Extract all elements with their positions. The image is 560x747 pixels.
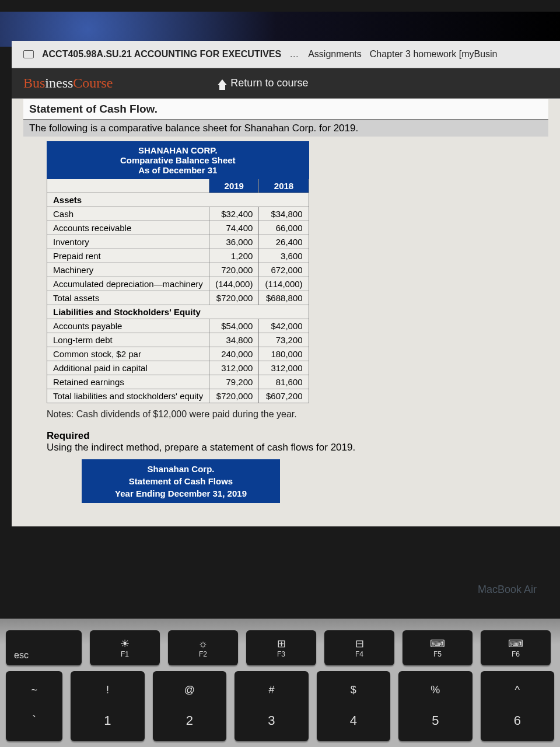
key-4[interactable]: $4 [317,671,390,741]
breadcrumb-assignments[interactable]: Assignments [308,49,362,60]
section-title: Statement of Cash Flow. [23,99,548,120]
table-row: Accounts receivable74,40066,000 [47,221,309,235]
key-3[interactable]: #3 [235,671,308,741]
return-label: Return to course [230,77,308,89]
table-row: Retained earnings79,20081,600 [47,375,309,389]
mission-control-icon: ⊞ [277,637,286,650]
empty-cell [47,179,209,193]
screen-area: ACCT405.98A.SU.21 ACCOUNTING FOR EXECUTI… [12,41,560,526]
notes-text: Notes: Cash dividends of $12,000 were pa… [47,409,548,420]
table-row: Machinery720,000672,000 [47,263,309,277]
table-row: Total assets$720,000$688,800 [47,291,309,305]
key-f5[interactable]: ⌨F5 [402,630,473,665]
keyboard-bright-icon: ⌨ [508,637,523,650]
key-f1[interactable]: ☀F1 [90,630,160,665]
key-esc[interactable]: esc [6,630,82,665]
liab-label: Liabilities and Stockholders' Equity [47,305,309,319]
table-row: Long-term debt34,80073,200 [47,333,309,347]
macbook-air-label: MacBook Air [478,584,537,596]
answer-header: Shanahan Corp. Statement of Cash Flows Y… [82,459,280,503]
topbar: BusinessCourse Return to course [12,68,560,98]
key-f3[interactable]: ⊞F3 [246,630,316,665]
breadcrumb-ellipsis: … [289,49,300,60]
required-heading: Required [47,430,548,442]
home-icon [218,79,227,85]
required-section: Required Using the indirect method, prep… [47,430,548,453]
brand-logo[interactable]: BusinessCourse [23,75,113,91]
keyboard: esc ☀F1 ☼F2 ⊞F3 ⊟F4 ⌨F5 ⌨F6 ~` !1 @2 #3 … [0,619,560,747]
intro-text: The following is a comparative balance s… [23,120,548,137]
breadcrumb: ACCT405.98A.SU.21 ACCOUNTING FOR EXECUTI… [12,41,560,68]
table-row: Cash$32,400$34,800 [47,207,309,221]
key-tilde[interactable]: ~` [6,671,62,741]
table-row: Accounts payable$54,000$42,000 [47,319,309,333]
key-f2[interactable]: ☼F2 [168,630,238,665]
col-2019: 2019 [209,179,259,193]
key-2[interactable]: @2 [153,671,226,741]
breadcrumb-course[interactable]: ACCT405.98A.SU.21 ACCOUNTING FOR EXECUTI… [42,49,281,60]
assets-label: Assets [47,193,309,207]
table-row: Prepaid rent1,2003,600 [47,249,309,263]
key-f4[interactable]: ⊟F4 [324,630,394,665]
keyboard-dim-icon: ⌨ [430,637,445,650]
key-6[interactable]: ^6 [481,671,554,741]
brightness-up-icon: ☼ [198,638,208,650]
sheet-header: SHANAHAN CORP. Comparative Balance Sheet… [47,142,309,179]
launchpad-icon: ⊟ [355,637,364,650]
folder-icon [23,50,34,58]
return-to-course-link[interactable]: Return to course [218,77,308,89]
key-f6[interactable]: ⌨F6 [481,630,551,665]
table-row: Total liabilities and stockholders' equi… [47,389,309,403]
content-area: Statement of Cash Flow. The following is… [12,98,560,526]
breadcrumb-current[interactable]: Chapter 3 homework [myBusin [370,49,498,60]
col-2018: 2018 [259,179,309,193]
brightness-down-icon: ☀ [120,637,130,650]
required-text: Using the indirect method, prepare a sta… [47,442,355,453]
table-row: Accumulated depreciation—machinery(144,0… [47,277,309,291]
table-row: Common stock, $2 par240,000180,000 [47,347,309,361]
key-5[interactable]: %5 [398,671,472,741]
table-row: Additional paid in capital312,000312,000 [47,361,309,375]
balance-sheet-table: SHANAHAN CORP. Comparative Balance Sheet… [47,141,309,403]
table-row: Inventory36,00026,400 [47,235,309,249]
key-1[interactable]: !1 [71,671,144,741]
